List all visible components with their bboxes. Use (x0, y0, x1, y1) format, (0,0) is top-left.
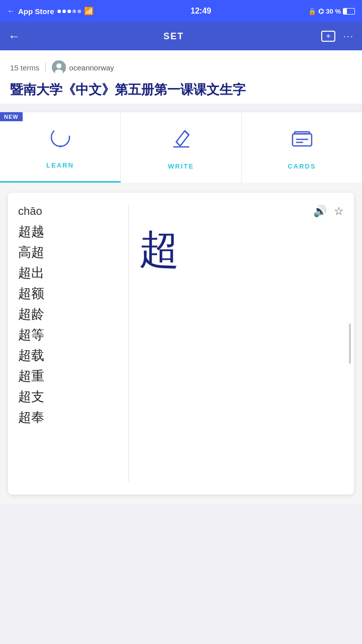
list-item: 超重 (18, 367, 118, 385)
nav-bar: ← SET + ··· (0, 22, 362, 50)
flashcard-pinyin: chāo (18, 205, 118, 218)
write-icon (169, 126, 194, 155)
list-item: 超龄 (18, 305, 118, 323)
signal-dots (57, 10, 81, 13)
list-item: 超奉 (18, 409, 118, 426)
flashcard-icons: 🔊 ☆ (139, 205, 344, 218)
list-item: 超额 (18, 285, 118, 302)
status-bar: ← App Store 📶 12:49 🔒 ⌬ 30 % (0, 0, 362, 22)
list-item: 超载 (18, 347, 118, 364)
svg-rect-7 (295, 132, 310, 134)
time-display: 12:49 (191, 7, 211, 16)
list-item: 超出 (18, 264, 118, 282)
user-info[interactable]: oceannorway (52, 60, 114, 74)
wifi-icon: 📶 (84, 7, 94, 16)
flashcard-main-char: 超 (139, 223, 344, 277)
nav-title: SET (163, 31, 184, 42)
mode-write[interactable]: WRITE (121, 112, 242, 183)
set-title: 暨南大学《中文》第五册第一课课文生字 (10, 82, 352, 99)
back-button[interactable]: ← (8, 29, 26, 43)
flashcard-left: chāo 超越 高超 超出 超额 超龄 超等 超载 超重 超支 超奉 (18, 205, 129, 482)
terms-count: 15 terms (10, 63, 39, 72)
star-button[interactable]: ☆ (334, 205, 344, 218)
meta-row: 15 terms oceannorway (10, 60, 352, 74)
back-arrow-status: ← (7, 7, 15, 16)
learn-icon (48, 125, 73, 154)
sound-button[interactable]: 🔊 (313, 205, 327, 218)
status-left: ← App Store 📶 (7, 7, 94, 16)
add-icon: + (326, 32, 330, 41)
list-item: 高超 (18, 244, 118, 261)
avatar (52, 60, 66, 74)
svg-point-3 (51, 128, 69, 146)
vertical-divider (45, 62, 46, 72)
list-item: 超支 (18, 388, 118, 406)
new-badge: NEW (0, 112, 23, 121)
mode-cards[interactable]: CARDS (242, 112, 362, 183)
svg-point-4 (59, 145, 61, 147)
mode-write-label: WRITE (168, 163, 194, 170)
bluetooth-icon: ⌬ (318, 8, 324, 15)
battery-area: 🔒 ⌬ 30 % (308, 8, 355, 15)
mode-learn-label: LEARN (46, 162, 74, 169)
svg-point-1 (56, 63, 61, 68)
scroll-hint (349, 324, 351, 364)
battery-pct: 30 % (326, 8, 341, 15)
list-item: 超越 (18, 223, 118, 240)
more-button[interactable]: ··· (343, 31, 354, 42)
battery-icon (343, 8, 355, 15)
flashcard-area: chāo 超越 高超 超出 超额 超龄 超等 超载 超重 超支 超奉 🔊 ☆ 超 (0, 183, 362, 505)
flashcard: chāo 超越 高超 超出 超额 超龄 超等 超载 超重 超支 超奉 🔊 ☆ 超 (8, 193, 354, 495)
list-item: 超等 (18, 326, 118, 344)
flashcard-right: 🔊 ☆ 超 (129, 205, 344, 482)
add-button[interactable]: + (321, 31, 335, 42)
lock-icon: 🔒 (308, 8, 316, 15)
modes-row: NEW LEARN WRITE C (0, 112, 362, 183)
nav-actions: + ··· (321, 31, 354, 42)
cards-icon (289, 126, 315, 155)
mode-cards-label: CARDS (287, 163, 316, 170)
username: oceannorway (69, 63, 114, 72)
flashcard-words: 超越 高超 超出 超额 超龄 超等 超载 超重 超支 超奉 (18, 223, 118, 426)
content-area: 15 terms oceannorway 暨南大学《中文》第五册第一课课文生字 (0, 50, 362, 104)
carrier-label: App Store (18, 7, 54, 16)
mode-learn[interactable]: NEW LEARN (0, 112, 121, 183)
